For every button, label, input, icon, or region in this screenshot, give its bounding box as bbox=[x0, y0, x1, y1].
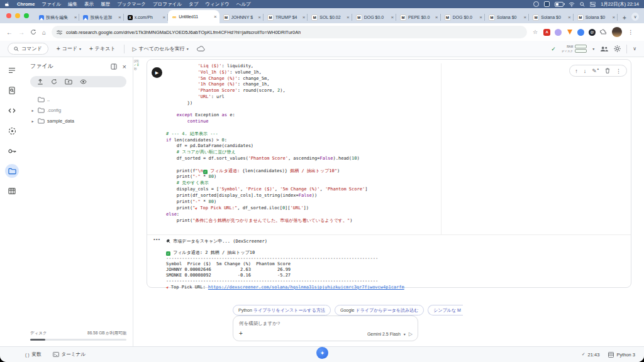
tab-close-icon[interactable]: × bbox=[391, 14, 394, 20]
omnibox[interactable]: colab.research.google.com/drive/1Tk3hMNG… bbox=[52, 26, 527, 38]
tab-close-icon[interactable]: × bbox=[118, 14, 121, 20]
settings-gear-icon[interactable] bbox=[614, 45, 621, 52]
tab-close-icon[interactable]: × bbox=[479, 14, 482, 20]
tab-close-icon[interactable]: × bbox=[612, 14, 615, 20]
output-link[interactable]: https://dexscreener.com/solana/hgslnma31… bbox=[208, 285, 404, 290]
tab-close-icon[interactable]: × bbox=[214, 14, 217, 19]
run-all-button[interactable]: ▷ すべてのセルを実行 ▾ bbox=[133, 45, 189, 52]
suggestion-chip-2[interactable]: シンプルな M bbox=[428, 305, 463, 315]
chevron-down-icon[interactable]: ▾ bbox=[592, 47, 594, 51]
apple-logo-icon[interactable] bbox=[5, 1, 11, 8]
tab-close-icon[interactable]: × bbox=[435, 14, 438, 20]
menu-item-8[interactable]: ウィンドウ bbox=[205, 1, 229, 8]
tab-close-icon[interactable]: × bbox=[163, 14, 166, 20]
tab-12[interactable]: MSolana $0× bbox=[574, 11, 618, 23]
tab-close-icon[interactable]: × bbox=[303, 14, 306, 20]
gemini-spark-button[interactable]: ✦ bbox=[316, 347, 328, 359]
metamask-extension-icon[interactable] bbox=[566, 29, 573, 36]
forward-icon[interactable]: → bbox=[18, 29, 25, 36]
code-editor[interactable]: ▶ ↑ ↓ ✎✦ ⋮ 'Liq ($)': liquidity, 'Vol_1h… bbox=[147, 63, 631, 234]
refresh-icon[interactable] bbox=[51, 79, 57, 85]
files-icon[interactable] bbox=[5, 164, 19, 178]
cloud-icon[interactable] bbox=[197, 46, 205, 52]
hidden-files-eye-icon[interactable] bbox=[80, 79, 87, 84]
tab-close-icon[interactable]: × bbox=[74, 14, 77, 20]
add-code-button[interactable]: + コード ▾ bbox=[57, 45, 81, 52]
tab-3[interactable]: ∞Untitled11× bbox=[168, 10, 219, 23]
code-content[interactable]: 'Liq ($)': liquidity, 'Vol_1h ($)': volu… bbox=[166, 63, 631, 224]
delete-cell-icon[interactable] bbox=[605, 68, 610, 74]
chat-add-icon[interactable]: + bbox=[239, 331, 243, 337]
site-settings-icon[interactable] bbox=[57, 30, 62, 35]
menu-item-7[interactable]: タブ bbox=[189, 1, 198, 8]
variable-inspector-icon[interactable] bbox=[5, 124, 19, 138]
control-center-icon[interactable] bbox=[590, 2, 596, 7]
run-cell-button[interactable]: ▶ bbox=[152, 67, 162, 78]
command-palette-button[interactable]: コマンド bbox=[8, 43, 48, 55]
profile-avatar[interactable] bbox=[612, 27, 622, 37]
menu-item-9[interactable]: ヘルプ bbox=[236, 1, 251, 8]
tab-6[interactable]: MSOL $0.02× bbox=[308, 11, 352, 23]
close-window-button[interactable] bbox=[6, 13, 11, 18]
tree-item-sample_data[interactable]: ▸sample_data bbox=[30, 116, 126, 126]
secrets-key-icon[interactable] bbox=[5, 144, 19, 158]
home-icon[interactable]: ⌂ bbox=[42, 29, 46, 36]
tree-item-..[interactable]: .. bbox=[30, 94, 126, 105]
menu-item-3[interactable]: 表示 bbox=[84, 1, 94, 8]
tab-close-icon[interactable]: × bbox=[347, 14, 350, 20]
tab-search-chevron-icon[interactable]: ∨ bbox=[631, 13, 639, 21]
tab-11[interactable]: MSolana $0× bbox=[529, 11, 573, 23]
move-cell-up-icon[interactable]: ↑ bbox=[575, 68, 578, 74]
table-of-contents-icon[interactable] bbox=[5, 63, 19, 77]
menu-item-6[interactable]: プロファイル bbox=[153, 1, 182, 8]
purple-extension-icon[interactable] bbox=[555, 29, 562, 36]
data-table-icon[interactable] bbox=[5, 184, 19, 198]
chevron-down-icon[interactable]: ▾ bbox=[187, 47, 189, 51]
add-text-button[interactable]: + テキスト bbox=[89, 45, 116, 52]
tab-close-icon[interactable]: × bbox=[258, 14, 261, 20]
tab-10[interactable]: MSolana $0× bbox=[485, 11, 529, 23]
send-icon[interactable]: ▷ bbox=[409, 331, 413, 337]
close-panel-icon[interactable]: × bbox=[123, 63, 126, 70]
spotlight-search-icon[interactable] bbox=[580, 2, 585, 7]
menubar-app-icon[interactable] bbox=[533, 1, 539, 7]
maximize-window-button[interactable] bbox=[24, 13, 29, 18]
resource-meter[interactable]: RAM ディスク bbox=[562, 45, 587, 53]
output-options-icon[interactable]: ••• bbox=[153, 236, 160, 242]
cell-more-options-icon[interactable]: ⋮ bbox=[616, 68, 621, 74]
terminal-button[interactable]: ターミナル bbox=[53, 351, 86, 358]
find-replace-icon[interactable] bbox=[5, 84, 19, 97]
reload-icon[interactable] bbox=[30, 29, 36, 35]
code-snippets-icon[interactable] bbox=[5, 104, 19, 118]
adobe-extension-icon[interactable]: A bbox=[543, 29, 550, 36]
tab-close-icon[interactable]: × bbox=[568, 14, 571, 20]
menubar-clock[interactable]: 1月22日(木) 22:14 bbox=[601, 1, 639, 8]
tab-5[interactable]: MTRUMP $4× bbox=[264, 11, 308, 23]
variables-button[interactable]: ( ) 変数 bbox=[25, 351, 42, 358]
menu-item-4[interactable]: 履歴 bbox=[101, 1, 110, 8]
tab-1[interactable]: 投稿を追加× bbox=[79, 11, 123, 23]
battery-icon[interactable] bbox=[555, 2, 564, 7]
chrome-menu-icon[interactable]: ⋮ bbox=[628, 29, 633, 35]
wifi-icon[interactable] bbox=[569, 2, 575, 7]
tree-item-.config[interactable]: ▸.config bbox=[30, 105, 126, 116]
tab-2[interactable]: Xx.com/Ph× bbox=[124, 11, 168, 23]
tab-9[interactable]: MDOG $0.0× bbox=[441, 11, 485, 23]
dark-extension-icon[interactable]: @ bbox=[589, 29, 596, 36]
tab-4[interactable]: MJOHNNY $× bbox=[219, 11, 264, 23]
edit-with-ai-icon[interactable]: ✎✦ bbox=[592, 67, 599, 74]
model-selector[interactable]: Gemini 2.5 Flash bbox=[367, 332, 401, 336]
screen-mirroring-icon[interactable] bbox=[544, 1, 550, 7]
share-people-icon[interactable] bbox=[600, 46, 608, 52]
expand-chevron-icon[interactable]: ▸ bbox=[30, 108, 35, 112]
url-text[interactable]: colab.research.google.com/drive/1Tk3hMNG… bbox=[66, 30, 301, 35]
bookmark-star-icon[interactable]: ☆ bbox=[533, 29, 538, 35]
kernel-status[interactable]: Python 3 bbox=[608, 352, 635, 358]
collapse-header-icon[interactable]: ∨ bbox=[633, 46, 636, 52]
menu-item-0[interactable]: Chrome bbox=[17, 1, 35, 8]
suggestion-chip-0[interactable]: Pythonライブラリをインストールする方法 bbox=[233, 305, 331, 315]
open-in-pane-icon[interactable] bbox=[111, 63, 117, 70]
tab-0[interactable]: 投稿を編集× bbox=[35, 11, 79, 23]
menu-item-1[interactable]: ファイル bbox=[42, 1, 61, 8]
extensions-puzzle-icon[interactable] bbox=[600, 29, 606, 35]
